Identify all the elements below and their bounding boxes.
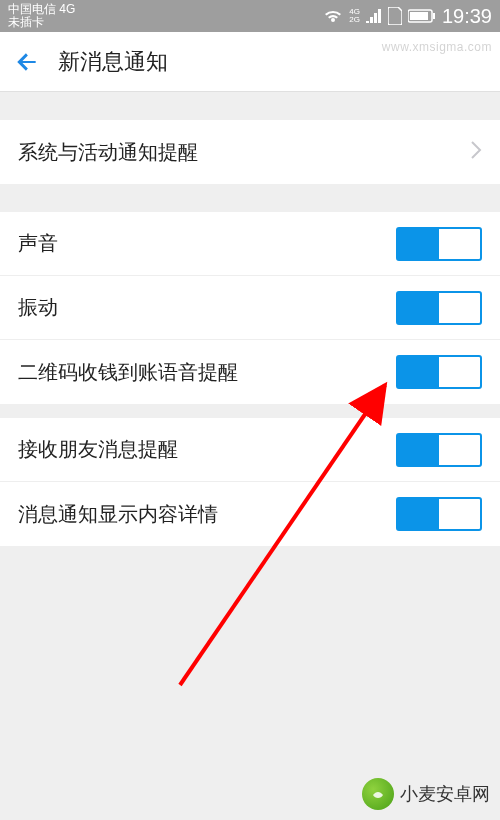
row-label: 消息通知显示内容详情 — [18, 501, 218, 528]
row-show-detail: 消息通知显示内容详情 — [0, 482, 500, 546]
sim-icon — [388, 7, 402, 25]
row-label: 声音 — [18, 230, 58, 257]
status-bar: 中国电信 4G 未插卡 4G 2G 19:39 — [0, 0, 500, 32]
watermark-text: 小麦安卓网 — [400, 782, 490, 806]
section-gap — [0, 184, 500, 212]
toggle-qr-voice[interactable] — [396, 355, 482, 389]
row-friend-msg: 接收朋友消息提醒 — [0, 418, 500, 482]
row-system-activity[interactable]: 系统与活动通知提醒 — [0, 120, 500, 184]
row-label: 接收朋友消息提醒 — [18, 436, 178, 463]
back-icon[interactable] — [14, 49, 40, 75]
svg-rect-1 — [410, 12, 428, 20]
row-label: 二维码收钱到账语音提醒 — [18, 359, 238, 386]
watermark-url: www.xmsigma.com — [382, 40, 492, 54]
section-gap — [0, 92, 500, 120]
row-sound: 声音 — [0, 212, 500, 276]
toggle-show-detail[interactable] — [396, 497, 482, 531]
svg-rect-2 — [433, 13, 435, 19]
toggle-vibrate[interactable] — [396, 291, 482, 325]
section-gap — [0, 404, 500, 418]
row-label: 振动 — [18, 294, 58, 321]
row-label: 系统与活动通知提醒 — [18, 139, 198, 166]
signal-icon — [366, 9, 382, 23]
status-time: 19:39 — [442, 5, 492, 28]
battery-icon — [408, 9, 436, 23]
status-subtext: 未插卡 — [8, 16, 75, 29]
row-qr-voice: 二维码收钱到账语音提醒 — [0, 340, 500, 404]
network-2g: 2G — [349, 16, 360, 24]
toggle-friend-msg[interactable] — [396, 433, 482, 467]
wifi-icon — [323, 8, 343, 24]
watermark-brand: 小麦安卓网 — [362, 778, 490, 810]
row-vibrate: 振动 — [0, 276, 500, 340]
logo-icon — [362, 778, 394, 810]
page-title: 新消息通知 — [58, 47, 168, 77]
chevron-right-icon — [470, 140, 482, 165]
toggle-sound[interactable] — [396, 227, 482, 261]
network-badge: 4G 2G — [349, 8, 360, 24]
